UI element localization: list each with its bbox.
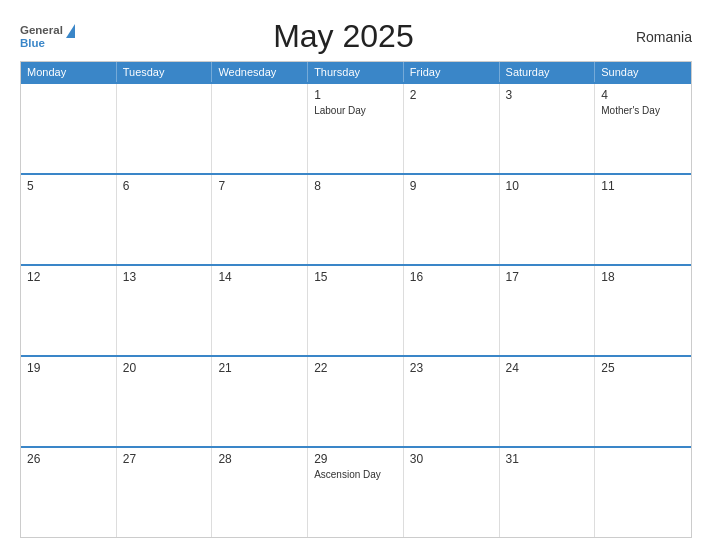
day-cell: 13 [117,266,213,355]
day-cell: 23 [404,357,500,446]
day-cell: 30 [404,448,500,537]
day-number: 16 [410,270,493,284]
day-number: 30 [410,452,493,466]
logo: General Blue [20,24,75,50]
day-number: 17 [506,270,589,284]
day-cell: 28 [212,448,308,537]
day-number: 13 [123,270,206,284]
day-number: 11 [601,179,685,193]
day-cell: 27 [117,448,213,537]
day-cell: 18 [595,266,691,355]
logo-general-text: General [20,25,63,37]
day-cell: 7 [212,175,308,264]
day-number: 24 [506,361,589,375]
day-number: 18 [601,270,685,284]
day-number: 10 [506,179,589,193]
day-number: 23 [410,361,493,375]
day-number: 27 [123,452,206,466]
day-cell [212,84,308,173]
week-5: 26272829Ascension Day3031 [21,446,691,537]
day-cell: 31 [500,448,596,537]
day-number: 8 [314,179,397,193]
day-event: Labour Day [314,104,397,117]
header-monday: Monday [21,62,117,82]
day-cell [117,84,213,173]
day-number: 29 [314,452,397,466]
day-number: 9 [410,179,493,193]
day-number: 31 [506,452,589,466]
calendar-title: May 2025 [75,18,612,55]
day-number: 22 [314,361,397,375]
header-tuesday: Tuesday [117,62,213,82]
day-cell: 10 [500,175,596,264]
day-number: 4 [601,88,685,102]
day-cell: 4Mother's Day [595,84,691,173]
day-cell: 3 [500,84,596,173]
page: General Blue May 2025 Romania Monday Tue… [0,0,712,550]
week-4: 19202122232425 [21,355,691,446]
logo-blue-text: Blue [20,38,45,50]
day-number: 3 [506,88,589,102]
day-number: 2 [410,88,493,102]
day-event: Ascension Day [314,468,397,481]
day-event: Mother's Day [601,104,685,117]
day-cell: 11 [595,175,691,264]
header-thursday: Thursday [308,62,404,82]
day-cell: 16 [404,266,500,355]
day-number: 26 [27,452,110,466]
day-number: 7 [218,179,301,193]
day-cell [595,448,691,537]
day-number: 21 [218,361,301,375]
day-cell: 22 [308,357,404,446]
day-cell: 15 [308,266,404,355]
day-cell: 2 [404,84,500,173]
day-number: 12 [27,270,110,284]
day-cell: 8 [308,175,404,264]
day-cell: 24 [500,357,596,446]
day-number: 6 [123,179,206,193]
header-friday: Friday [404,62,500,82]
day-cell: 12 [21,266,117,355]
day-cell: 17 [500,266,596,355]
day-cell: 21 [212,357,308,446]
day-number: 5 [27,179,110,193]
calendar: Monday Tuesday Wednesday Thursday Friday… [20,61,692,538]
day-cell: 1Labour Day [308,84,404,173]
week-3: 12131415161718 [21,264,691,355]
day-number: 28 [218,452,301,466]
day-cell: 26 [21,448,117,537]
day-cell: 29Ascension Day [308,448,404,537]
day-cell: 9 [404,175,500,264]
day-cell: 14 [212,266,308,355]
calendar-body: 1Labour Day234Mother's Day56789101112131… [21,82,691,537]
day-number: 14 [218,270,301,284]
day-cell: 20 [117,357,213,446]
day-number: 25 [601,361,685,375]
day-cell: 5 [21,175,117,264]
header-wednesday: Wednesday [212,62,308,82]
day-number: 20 [123,361,206,375]
header: General Blue May 2025 Romania [20,18,692,55]
day-cell: 25 [595,357,691,446]
week-2: 567891011 [21,173,691,264]
header-sunday: Sunday [595,62,691,82]
week-1: 1Labour Day234Mother's Day [21,82,691,173]
day-cell: 19 [21,357,117,446]
country-label: Romania [612,29,692,45]
day-number: 19 [27,361,110,375]
day-cell [21,84,117,173]
day-number: 15 [314,270,397,284]
day-number: 1 [314,88,397,102]
header-saturday: Saturday [500,62,596,82]
calendar-header: Monday Tuesday Wednesday Thursday Friday… [21,62,691,82]
day-cell: 6 [117,175,213,264]
